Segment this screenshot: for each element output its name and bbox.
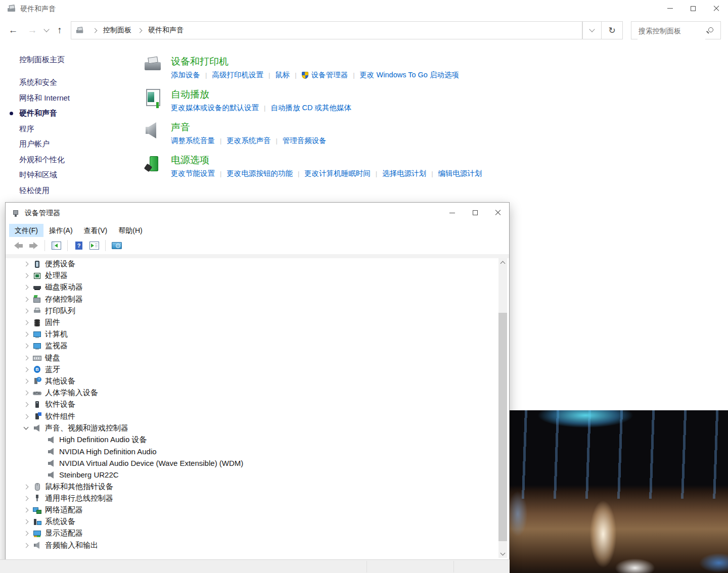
- tree-item[interactable]: 蓝牙: [6, 364, 509, 375]
- tree-item[interactable]: 其他设备: [6, 375, 509, 387]
- task-link[interactable]: 更改媒体或设备的默认设置: [171, 103, 259, 113]
- tree-item[interactable]: 鼠标和其他指针设备: [6, 481, 509, 493]
- tree-item[interactable]: 键盘: [6, 352, 509, 364]
- expander[interactable]: [21, 520, 31, 523]
- scan-hardware-changes-button[interactable]: [110, 239, 123, 252]
- menu-item[interactable]: 查看(V): [78, 224, 113, 237]
- cp-maximize-button[interactable]: [681, 0, 705, 17]
- task-link[interactable]: 选择电源计划: [382, 169, 426, 178]
- sidebar-item[interactable]: 用户帐户: [0, 136, 136, 152]
- expander[interactable]: [21, 497, 31, 500]
- expander[interactable]: [21, 415, 31, 418]
- dm-back-button[interactable]: [12, 239, 25, 252]
- tree-item[interactable]: 存储控制器: [6, 294, 509, 305]
- breadcrumb-control-panel[interactable]: 控制面板: [102, 26, 132, 35]
- sidebar-item[interactable]: 系统和安全: [0, 75, 136, 90]
- tree-item[interactable]: 磁盘驱动器: [6, 281, 509, 293]
- tree-item[interactable]: 系统设备: [6, 516, 509, 528]
- expander[interactable]: [21, 544, 31, 547]
- task-link[interactable]: 更改 Windows To Go 启动选项: [360, 70, 459, 80]
- sidebar-item[interactable]: 时钟和区域: [0, 167, 136, 183]
- forward-button[interactable]: →: [25, 23, 39, 37]
- expander[interactable]: [21, 344, 31, 348]
- autoplay-icon[interactable]: [143, 87, 163, 108]
- expander[interactable]: [21, 285, 31, 289]
- tree-subitem[interactable]: High Definition Audio 设备: [6, 434, 509, 446]
- tree-item[interactable]: 软件组件: [6, 410, 509, 422]
- expander[interactable]: [21, 298, 31, 301]
- refresh-button[interactable]: ↻: [601, 21, 623, 39]
- scrollbar-down-button[interactable]: [498, 549, 507, 558]
- tree-item[interactable]: 音频输入和输出: [6, 540, 509, 551]
- expander[interactable]: [21, 379, 31, 383]
- task-link[interactable]: 更改节能设置: [171, 169, 215, 178]
- expander[interactable]: [21, 508, 31, 512]
- sidebar-item[interactable]: 轻松使用: [0, 183, 136, 199]
- section-title-link[interactable]: 自动播放: [171, 88, 351, 101]
- tree-subitem[interactable]: NVIDIA Virtual Audio Device (Wave Extens…: [6, 457, 509, 469]
- expander[interactable]: [21, 368, 31, 371]
- expander[interactable]: [21, 427, 31, 429]
- sound-icon[interactable]: [143, 120, 163, 140]
- task-link[interactable]: 管理音频设备: [283, 136, 327, 146]
- section-title-link[interactable]: 设备和打印机: [171, 56, 459, 68]
- dm-titlebar[interactable]: 设备管理器: [6, 203, 509, 224]
- cp-minimize-button[interactable]: [658, 0, 681, 17]
- properties-button[interactable]: [87, 239, 101, 252]
- tree-item[interactable]: 通用串行总线控制器: [6, 493, 509, 504]
- task-link[interactable]: 编辑电源计划: [438, 169, 482, 178]
- tree-item[interactable]: 固件: [6, 317, 509, 328]
- sidebar-home-link[interactable]: 控制面板主页: [19, 55, 136, 65]
- dm-forward-button[interactable]: [27, 239, 40, 252]
- search-input[interactable]: [638, 22, 705, 39]
- scrollbar-up-button[interactable]: [498, 258, 507, 267]
- dm-minimize-button[interactable]: [441, 203, 464, 223]
- sidebar-item[interactable]: 网络和 Internet: [0, 90, 136, 106]
- section-title-link[interactable]: 声音: [171, 121, 327, 133]
- tree-item[interactable]: 声音、视频和游戏控制器: [6, 422, 509, 434]
- expander[interactable]: [21, 356, 31, 360]
- console-tree-toggle-button[interactable]: [50, 239, 63, 252]
- task-link[interactable]: 添加设备: [171, 70, 200, 80]
- task-link[interactable]: 更改计算机睡眠时间: [304, 169, 371, 178]
- task-link[interactable]: 更改电源按钮的功能: [226, 169, 293, 178]
- task-link[interactable]: 鼠标: [275, 70, 290, 80]
- dm-close-button[interactable]: [486, 203, 509, 223]
- scrollbar-thumb[interactable]: [498, 313, 507, 541]
- task-link[interactable]: 更改系统声音: [226, 136, 270, 146]
- tree-item[interactable]: 监视器: [6, 340, 509, 352]
- expander[interactable]: [21, 332, 31, 336]
- section-title-link[interactable]: 电源选项: [171, 154, 482, 166]
- tree-item[interactable]: 人体学输入设备: [6, 387, 509, 399]
- tree-item[interactable]: 便携设备: [6, 258, 509, 270]
- expander[interactable]: [21, 532, 31, 535]
- tree-item[interactable]: 计算机: [6, 328, 509, 340]
- tree-subitem[interactable]: NVIDIA High Definition Audio: [6, 446, 509, 457]
- menu-item[interactable]: 操作(A): [43, 224, 78, 237]
- expander[interactable]: [21, 309, 31, 313]
- tree-item[interactable]: 网络适配器: [6, 504, 509, 516]
- address-bar[interactable]: 控制面板 硬件和声音: [71, 21, 582, 39]
- recent-pages-dropdown[interactable]: [42, 23, 51, 37]
- expander[interactable]: [21, 262, 31, 266]
- expander[interactable]: [21, 321, 31, 324]
- expander[interactable]: [21, 403, 31, 406]
- help-button[interactable]: ?: [72, 239, 85, 252]
- task-link[interactable]: 设备管理器: [311, 70, 348, 80]
- task-link[interactable]: 自动播放 CD 或其他媒体: [270, 103, 351, 113]
- expander[interactable]: [21, 391, 31, 395]
- expander[interactable]: [21, 274, 31, 277]
- task-link[interactable]: 调整系统音量: [171, 136, 215, 146]
- tree-item[interactable]: 显示适配器: [6, 528, 509, 539]
- task-link[interactable]: 高级打印机设置: [212, 70, 263, 80]
- address-dropdown-button[interactable]: [582, 21, 602, 39]
- cp-close-button[interactable]: [705, 0, 728, 17]
- devices-printers-icon[interactable]: [143, 55, 163, 75]
- back-button[interactable]: ←: [6, 23, 20, 37]
- sidebar-item[interactable]: 硬件和声音: [0, 106, 136, 121]
- breadcrumb-hardware-sound[interactable]: 硬件和声音: [147, 26, 185, 35]
- tree-item[interactable]: 处理器: [6, 270, 509, 281]
- dm-maximize-button[interactable]: [464, 203, 486, 223]
- tree-item[interactable]: 软件设备: [6, 399, 509, 410]
- menu-item[interactable]: 文件(F): [9, 224, 43, 237]
